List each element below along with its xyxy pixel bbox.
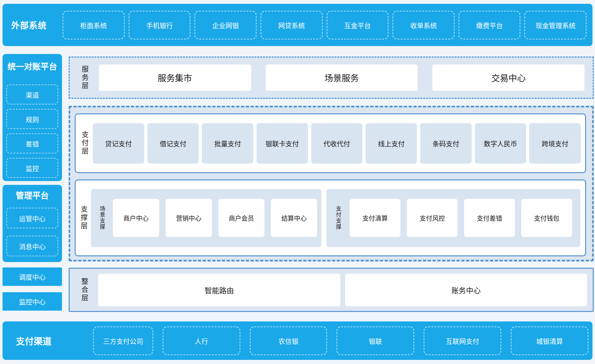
- payment-channel-box-5: 城银清算: [511, 327, 588, 355]
- external-systems-list: 柜面系统手机银行企业网银网贷系统互金平台收单系统缴费平台现金管理系统: [63, 11, 586, 39]
- integration-layer: 整合层 智能路由账务中心: [69, 268, 594, 312]
- service-box-0: 服务集市: [99, 64, 251, 91]
- scene-support-group: 场景支撑 商户中心营销中心商户会员结算中心: [91, 189, 321, 247]
- service-layer-label: 服务层: [70, 65, 99, 90]
- dispatch-center-box: 调度中心: [3, 267, 62, 286]
- reconciliation-platform-block: 统一对账平台 渠道规则差错监控: [3, 54, 62, 181]
- payment-box-4: 代收代付: [311, 123, 363, 164]
- external-systems-label: 外部系统: [3, 19, 51, 31]
- scene-support-box-2: 商户会员: [218, 199, 265, 237]
- payment-box-5: 线上支付: [366, 123, 417, 164]
- payment-box-0: 贷记支付: [93, 123, 144, 164]
- payment-support-group: 支付支撑 支付清算支付风控支付差错支付钱包: [326, 189, 580, 247]
- payment-support-box-1: 支付风控: [407, 199, 458, 237]
- external-system-box-4: 互金平台: [327, 11, 389, 39]
- integration-layer-label: 整合层: [70, 278, 98, 302]
- payment-layer-boxes: 贷记支付借记支付批量支付银联卡支付代收代付线上支付条码支付数字人民币跨境支付: [93, 123, 581, 164]
- external-system-box-0: 柜面系统: [63, 11, 125, 39]
- payment-channels-bar: 支付渠道 三方支付公司人行农信银银联互联网支付城银清算: [3, 321, 592, 360]
- payment-channel-box-0: 三方支付公司: [93, 327, 153, 355]
- external-system-box-1: 手机银行: [129, 11, 191, 39]
- payment-box-2: 批量支付: [202, 123, 253, 164]
- reconciliation-item-1: 规则: [6, 109, 58, 129]
- payment-channel-box-3: 银联: [337, 327, 414, 355]
- reconciliation-item-3: 监控: [6, 158, 58, 178]
- scene-support-box-0: 商户中心: [113, 199, 159, 237]
- payment-box-1: 借记支付: [147, 123, 199, 164]
- scene-support-box-3: 结算中心: [271, 199, 317, 237]
- integration-layer-boxes: 智能路由账务中心: [98, 274, 587, 306]
- service-box-2: 交易中心: [432, 64, 585, 91]
- service-layer-boxes: 服务集市场景服务交易中心: [99, 64, 585, 91]
- payment-box-8: 跨境支付: [529, 123, 581, 164]
- payment-support-boxes: 支付清算支付风控支付差错支付钱包: [350, 199, 572, 237]
- integration-box-0: 智能路由: [98, 274, 340, 306]
- payment-support-box-0: 支付清算: [350, 199, 400, 237]
- external-system-box-2: 企业网银: [195, 11, 256, 39]
- payment-channel-box-1: 人行: [163, 327, 240, 355]
- payment-box-6: 条码支付: [420, 123, 472, 164]
- payment-support-box-3: 支付钱包: [521, 199, 572, 237]
- management-platform-title: 管理平台: [3, 190, 62, 201]
- payment-layer: 支付层 贷记支付借记支付批量支付银联卡支付代收代付线上支付条码支付数字人民币跨境…: [75, 113, 586, 173]
- scene-support-box-1: 营销中心: [166, 199, 212, 237]
- reconciliation-items: 渠道规则差错监控: [3, 84, 62, 178]
- main-layers-column: 服务层 服务集市场景服务交易中心 支付层 贷记支付借记支付批量支付银联卡支付代收…: [69, 57, 594, 312]
- scene-support-label: 场景支撑: [91, 206, 113, 230]
- payment-channels-label: 支付渠道: [3, 334, 58, 347]
- payment-support-label: 支付支撑: [326, 206, 350, 230]
- payment-channel-box-2: 农信银: [250, 327, 327, 355]
- payment-box-3: 银联卡支付: [256, 123, 308, 164]
- payment-support-wrapper: 支付层 贷记支付借记支付批量支付银联卡支付代收代付线上支付条码支付数字人民币跨境…: [69, 106, 594, 261]
- payment-channel-box-4: 互联网支付: [424, 327, 501, 355]
- reconciliation-platform-title: 统一对账平台: [3, 61, 62, 72]
- management-item-1: 消息中心: [6, 236, 58, 256]
- left-sidebar: 统一对账平台 渠道规则差错监控 管理平台 运管中心消息中心 调度中心 监控中心: [3, 54, 62, 311]
- management-platform-block: 管理平台 运管中心消息中心: [3, 185, 62, 262]
- reconciliation-item-0: 渠道: [6, 84, 58, 104]
- management-items: 运管中心消息中心: [3, 208, 62, 256]
- external-system-box-7: 现金管理系统: [524, 11, 586, 39]
- integration-box-1: 账务中心: [345, 274, 587, 306]
- external-system-box-3: 网贷系统: [261, 11, 323, 39]
- external-systems-bar: 外部系统 柜面系统手机银行企业网银网贷系统互金平台收单系统缴费平台现金管理系统: [3, 4, 592, 46]
- payment-channels-list: 三方支付公司人行农信银银联互联网支付城银清算: [93, 327, 588, 355]
- service-box-1: 场景服务: [266, 64, 418, 91]
- payment-support-box-2: 支付差错: [464, 199, 515, 237]
- support-layer: 支撑层 场景支撑 商户中心营销中心商户会员结算中心 支付支撑 支付清算支付风控支…: [75, 179, 586, 256]
- reconciliation-item-2: 差错: [6, 133, 58, 153]
- external-system-box-6: 缴费平台: [459, 11, 521, 39]
- support-layer-label: 支撑层: [76, 206, 91, 230]
- scene-support-boxes: 商户中心营销中心商户会员结算中心: [113, 199, 317, 237]
- payment-layer-label: 支付层: [76, 131, 93, 156]
- external-system-box-5: 收单系统: [393, 11, 455, 39]
- service-layer: 服务层 服务集市场景服务交易中心: [69, 57, 594, 99]
- monitor-center-box: 监控中心: [3, 292, 62, 311]
- payment-box-7: 数字人民币: [475, 123, 526, 164]
- payment-architecture-diagram: 外部系统 柜面系统手机银行企业网银网贷系统互金平台收单系统缴费平台现金管理系统 …: [0, 0, 595, 364]
- management-item-0: 运管中心: [6, 208, 58, 228]
